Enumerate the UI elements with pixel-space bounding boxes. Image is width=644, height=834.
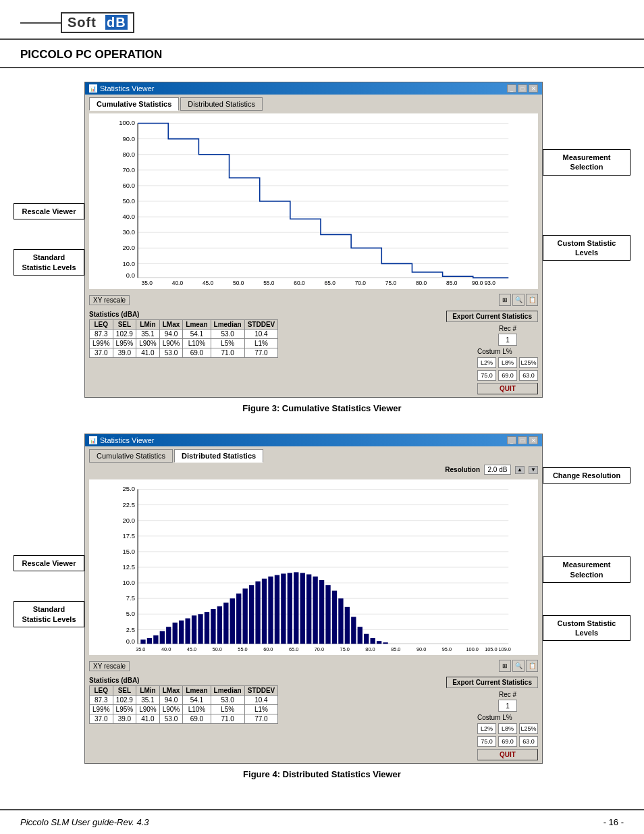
- figure2-annotation-area: Rescale Viewer Standard Statistic Levels…: [14, 434, 630, 764]
- cell-l5-2: L5%: [211, 705, 244, 714]
- extra-v2-2[interactable]: [498, 736, 517, 747]
- svg-text:90.0: 90.0: [417, 646, 426, 652]
- figure2-window-controls: _ □ ✕: [507, 436, 538, 444]
- cell-v1-2: 37.0: [90, 714, 113, 724]
- cell-sel-2: 102.9: [113, 696, 136, 705]
- costum-l2-input-2[interactable]: [477, 723, 496, 734]
- col-lmedian-1: Lmedian: [211, 320, 244, 330]
- extra-v3-2[interactable]: [519, 736, 538, 747]
- svg-text:0.0: 0.0: [126, 271, 135, 279]
- col-lmin-2: LMin: [136, 686, 160, 696]
- extra-v3-1[interactable]: [519, 370, 538, 381]
- figure2-wrapper: Rescale Viewer Standard Statistic Levels…: [14, 434, 630, 779]
- standard-statistic-levels-label-2: Standard Statistic Levels: [14, 601, 84, 627]
- costum-label-1: Costum L%: [477, 348, 512, 355]
- tab2-distributed-1[interactable]: Distributed Statistics: [180, 97, 263, 111]
- logo-soft: Soft: [68, 15, 97, 30]
- svg-rect-94: [364, 634, 369, 644]
- quit-btn-2[interactable]: QUIT: [477, 749, 538, 760]
- tool-icon-1b[interactable]: 🔍: [512, 294, 525, 306]
- resolution-row: Resolution ▲ ▼: [85, 463, 542, 477]
- col-sel-1: SEL: [113, 320, 136, 330]
- figure2-stats-viewer: 📊 Statistics Viewer _ □ ✕ Cumulative Sta…: [84, 434, 543, 764]
- costum-l2-input-1[interactable]: [477, 357, 496, 368]
- tab2-distributed-2[interactable]: Distributed Statistics: [174, 449, 263, 463]
- resolution-up-btn[interactable]: ▲: [515, 466, 525, 474]
- svg-text:10.0: 10.0: [123, 579, 135, 586]
- export-btn-2[interactable]: Export Current Statistics: [446, 677, 538, 688]
- xy-rescale-btn-2[interactable]: XY rescale: [89, 661, 130, 671]
- restore-btn-2[interactable]: □: [518, 436, 527, 444]
- tool-icon-1a[interactable]: ⊞: [499, 294, 511, 306]
- svg-rect-66: [185, 619, 190, 644]
- svg-text:90.0: 90.0: [123, 135, 135, 142]
- svg-rect-60: [147, 638, 152, 644]
- minimize-btn-2[interactable]: _: [507, 436, 516, 444]
- figure1-chart: 100.0 90.0 80.0 70.0 60.0 50.0 40.0 30.0…: [89, 113, 538, 289]
- svg-rect-73: [230, 598, 235, 644]
- resolution-down-btn[interactable]: ▼: [529, 466, 538, 474]
- tab1-cumulative-2[interactable]: Cumulative Statistics: [89, 449, 173, 463]
- svg-rect-68: [198, 614, 203, 644]
- minimize-btn-1[interactable]: _: [507, 84, 516, 93]
- costum-l8-input-1[interactable]: [498, 357, 517, 368]
- svg-text:0.0: 0.0: [126, 637, 135, 645]
- figure1-chart-svg: 100.0 90.0 80.0 70.0 60.0 50.0 40.0 30.0…: [92, 116, 535, 286]
- close-btn-1[interactable]: ✕: [529, 84, 538, 93]
- rec-input-1[interactable]: [498, 334, 517, 346]
- cell-l5-1: L5%: [211, 339, 244, 348]
- figure1-titlebar: 📊 Statistics Viewer _ □ ✕: [85, 82, 542, 95]
- svg-text:SPL (dBA): SPL (dBA): [309, 286, 339, 286]
- costum-l25-input-1[interactable]: [519, 357, 538, 368]
- figure1-annotation-area: Rescale Viewer Standard Statistic Levels…: [14, 82, 630, 398]
- svg-text:17.5: 17.5: [123, 532, 135, 540]
- figure1-window-controls: _ □ ✕: [507, 84, 538, 93]
- cell-l1-1: L1%: [244, 339, 278, 348]
- svg-rect-67: [192, 615, 196, 644]
- figure1-rec-area: Rec #: [477, 325, 538, 346]
- svg-text:5.0: 5.0: [126, 610, 135, 617]
- svg-text:50.0: 50.0: [233, 280, 244, 286]
- cell-lmin-2: 35.1: [136, 696, 160, 705]
- svg-rect-88: [325, 585, 330, 644]
- svg-rect-65: [179, 621, 184, 644]
- extra-v2-1[interactable]: [498, 370, 517, 381]
- extra-v1-1[interactable]: [477, 370, 496, 381]
- tool-icon-2a[interactable]: ⊞: [499, 660, 511, 672]
- quit-btn-1[interactable]: QUIT: [477, 383, 538, 394]
- svg-text:2.5: 2.5: [126, 626, 135, 633]
- svg-text:55.0: 55.0: [238, 646, 247, 652]
- costum-l25-input-2[interactable]: [519, 723, 538, 734]
- svg-text:22.5: 22.5: [123, 501, 135, 509]
- cell-sel-1: 102.9: [113, 330, 136, 339]
- figure2-right-panel: Export Current Statistics Rec # Costum L…: [446, 677, 538, 760]
- svg-rect-81: [281, 573, 286, 644]
- cell-l10-2: L10%: [183, 705, 211, 714]
- figure1-stats-table-area: Statistics (dBA) LEQ SEL LMin LMax Lmean…: [85, 308, 542, 397]
- svg-text:40.0: 40.0: [123, 213, 135, 220]
- export-btn-1[interactable]: Export Current Statistics: [446, 311, 538, 322]
- svg-text:20.0: 20.0: [123, 517, 135, 524]
- figure1-left-annotations: Rescale Viewer Standard Statistic Levels: [14, 82, 84, 276]
- svg-text:10.0: 10.0: [123, 260, 135, 267]
- costum-l8-input-2[interactable]: [498, 723, 517, 734]
- cell-v4-1: 53.0: [159, 348, 183, 358]
- figure1-tabs: Cumulative Statistics Distributed Statis…: [85, 95, 542, 111]
- xy-rescale-btn-1[interactable]: XY rescale: [89, 295, 130, 305]
- restore-btn-1[interactable]: □: [518, 84, 527, 93]
- close-btn-2[interactable]: ✕: [529, 436, 538, 444]
- resolution-input[interactable]: [484, 465, 511, 475]
- tab1-cumulative-1[interactable]: Cumulative Statistics: [89, 97, 179, 111]
- tool-icon-2c[interactable]: 📋: [526, 660, 538, 672]
- svg-text:45.0: 45.0: [203, 280, 214, 286]
- tool-icon-2b[interactable]: 🔍: [512, 660, 525, 672]
- svg-text:75.0: 75.0: [340, 646, 350, 652]
- figure2-window-title: Statistics Viewer: [100, 436, 155, 444]
- svg-text:60.0: 60.0: [263, 646, 273, 652]
- extra-v1-2[interactable]: [477, 736, 496, 747]
- cell-l90a-2: L90%: [136, 705, 160, 714]
- svg-text:100.0: 100.0: [119, 119, 135, 126]
- tool-icon-1c[interactable]: 📋: [526, 294, 538, 306]
- rec-input-2[interactable]: [498, 700, 517, 712]
- cell-lmax-2: 94.0: [159, 696, 183, 705]
